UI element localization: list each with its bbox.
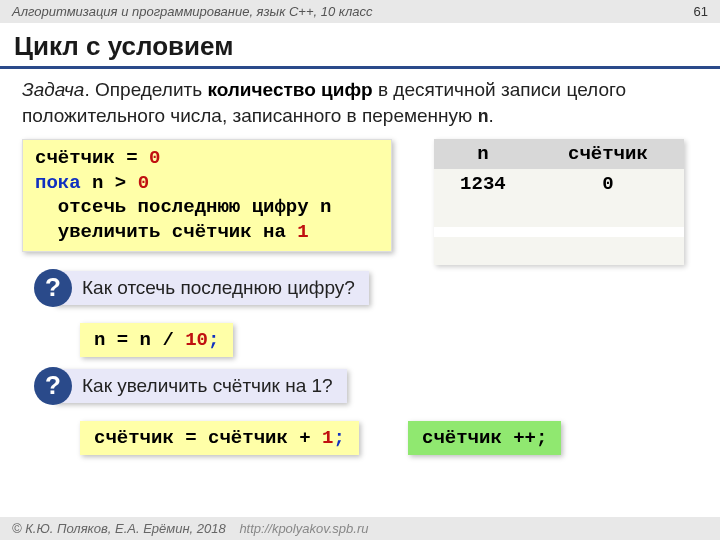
header-strip: Алгоритмизация и программирование, язык … xyxy=(0,0,720,23)
th-counter: счётчик xyxy=(532,139,684,169)
page-title: Цикл с условием xyxy=(0,23,720,69)
trace-table: nсчётчик 12340 xyxy=(434,139,684,265)
task-label: Задача xyxy=(22,79,84,100)
question-1: ? Как отсечь последнюю цифру? xyxy=(34,269,369,307)
code-snippet-1: n = n / 10; xyxy=(80,323,233,357)
table-row: 12340 xyxy=(434,169,684,199)
th-n: n xyxy=(434,139,532,169)
code-snippet-3: счётчик ++; xyxy=(408,421,561,455)
footer-url: http://kpolyakov.spb.ru xyxy=(239,521,368,536)
table-row xyxy=(434,199,684,227)
footer-strip: © К.Ю. Поляков, Е.А. Ерёмин, 2018 http:/… xyxy=(0,517,720,540)
question-2: ? Как увеличить счётчик на 1? xyxy=(34,367,347,405)
course-label: Алгоритмизация и программирование, язык … xyxy=(12,4,372,19)
question-mark-icon: ? xyxy=(34,367,72,405)
task-var: n xyxy=(478,107,489,127)
question-1-text: Как отсечь последнюю цифру? xyxy=(54,271,369,305)
task-bold: количество цифр xyxy=(207,79,372,100)
page-number: 61 xyxy=(694,4,708,19)
question-mark-icon: ? xyxy=(34,269,72,307)
task-text: Задача. Определить количество цифр в дес… xyxy=(0,77,720,129)
copyright: © К.Ю. Поляков, Е.А. Ерёмин, 2018 xyxy=(12,521,226,536)
question-2-text: Как увеличить счётчик на 1? xyxy=(54,369,347,403)
code-snippet-2: счётчик = счётчик + 1; xyxy=(80,421,359,455)
table-row xyxy=(434,237,684,265)
pseudocode-box: счётчик = 0 пока n > 0 отсечь последнюю … xyxy=(22,139,392,252)
